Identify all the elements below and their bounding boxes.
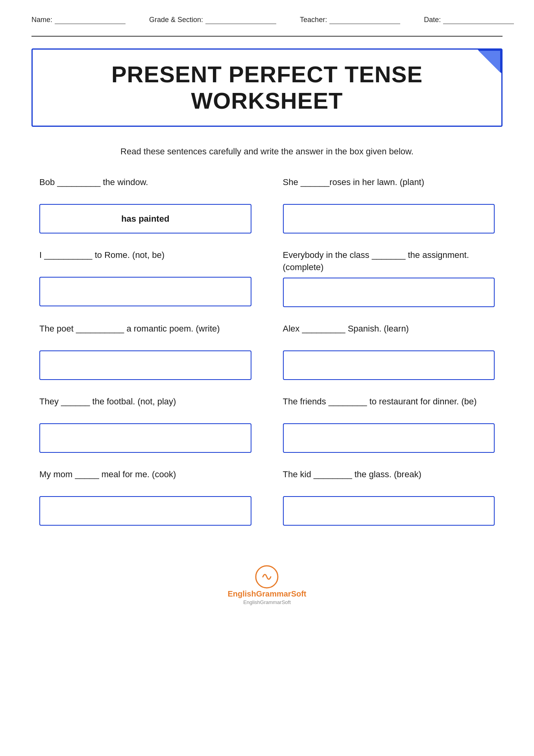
name-input-line[interactable] [55, 16, 126, 24]
question-text-q6: Alex _________ Spanish. (learn) [283, 323, 495, 346]
question-text-q10: The kid ________ the glass. (break) [283, 469, 495, 492]
teacher-field: Teacher: [300, 16, 400, 24]
grade-input-line[interactable] [205, 16, 276, 24]
header-fields: Name: Grade & Section: Teacher: Date: [31, 16, 503, 24]
question-item-q2: She ______roses in her lawn. (plant) [283, 176, 495, 233]
question-text-q1: Bob _________ the window. [39, 176, 251, 200]
title-box: PRESENT PERFECT TENSE WORKSHEET [31, 48, 503, 127]
title-line1: PRESENT PERFECT TENSE [111, 61, 423, 87]
answer-box-q3[interactable] [39, 277, 251, 306]
question-item-q1: Bob _________ the window.has painted [39, 176, 251, 233]
question-item-q8: The friends ________ to restaurant for d… [283, 396, 495, 453]
answer-box-q5[interactable] [39, 350, 251, 380]
question-item-q4: Everybody in the class _______ the assig… [283, 249, 495, 307]
answer-box-q10[interactable] [283, 496, 495, 526]
questions-grid: Bob _________ the window.has paintedShe … [31, 176, 503, 541]
date-label: Date: [424, 16, 441, 24]
date-input-line[interactable] [443, 16, 514, 24]
question-item-q7: They ______ the footbal. (not, play) [39, 396, 251, 453]
teacher-input-line[interactable] [329, 16, 400, 24]
answer-box-q4[interactable] [283, 278, 495, 307]
corner-decoration-inner [479, 51, 500, 72]
teacher-label: Teacher: [300, 16, 327, 24]
question-text-q3: I __________ to Rome. (not, be) [39, 249, 251, 273]
footer: EnglishGrammarSoft EnglishGrammarSoft [31, 565, 503, 605]
question-text-q7: They ______ the footbal. (not, play) [39, 396, 251, 419]
answer-box-q2[interactable] [283, 204, 495, 233]
answer-box-q8[interactable] [283, 423, 495, 453]
question-text-q5: The poet __________ a romantic poem. (wr… [39, 323, 251, 346]
question-text-q4: Everybody in the class _______ the assig… [283, 249, 495, 274]
question-item-q10: The kid ________ the glass. (break) [283, 469, 495, 526]
question-item-q3: I __________ to Rome. (not, be) [39, 249, 251, 307]
answer-box-q1[interactable]: has painted [39, 204, 251, 233]
question-item-q9: My mom _____ meal for me. (cook) [39, 469, 251, 526]
brand-name: EnglishGrammarSoft [227, 589, 306, 598]
grade-label: Grade & Section: [149, 16, 203, 24]
answer-box-q7[interactable] [39, 423, 251, 453]
answer-box-q6[interactable] [283, 350, 495, 380]
footer-logo: EnglishGrammarSoft EnglishGrammarSoft [227, 565, 306, 605]
logo-icon [255, 565, 279, 589]
worksheet-page: Name: Grade & Section: Teacher: Date: PR… [0, 0, 534, 756]
title-line2: WORKSHEET [191, 88, 343, 113]
instructions-text: Read these sentences carefully and write… [31, 146, 503, 157]
worksheet-title: PRESENT PERFECT TENSE WORKSHEET [56, 61, 478, 114]
question-item-q5: The poet __________ a romantic poem. (wr… [39, 323, 251, 380]
header-divider [31, 36, 503, 37]
question-text-q2: She ______roses in her lawn. (plant) [283, 176, 495, 200]
question-item-q6: Alex _________ Spanish. (learn) [283, 323, 495, 380]
name-label: Name: [31, 16, 52, 24]
name-field: Name: [31, 16, 126, 24]
footer-sub: EnglishGrammarSoft [243, 599, 291, 605]
question-text-q8: The friends ________ to restaurant for d… [283, 396, 495, 419]
question-text-q9: My mom _____ meal for me. (cook) [39, 469, 251, 492]
date-field: Date: [424, 16, 514, 24]
grade-field: Grade & Section: [149, 16, 276, 24]
answer-box-q9[interactable] [39, 496, 251, 526]
